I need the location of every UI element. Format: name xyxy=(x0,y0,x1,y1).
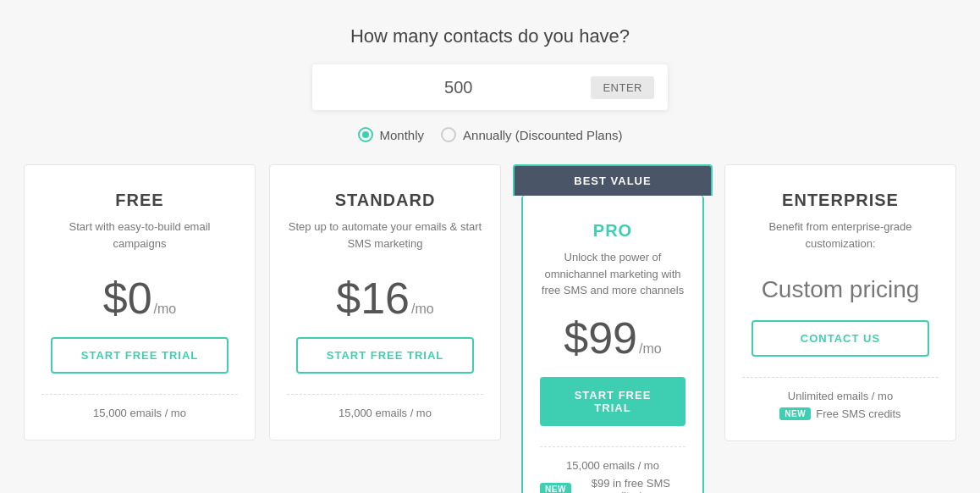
plan-desc-standard: Step up to automate your emails & start … xyxy=(287,219,483,259)
custom-pricing: Custom pricing xyxy=(762,276,920,303)
price-suffix-standard: /mo xyxy=(411,302,434,317)
plan-price-standard: $16 /mo xyxy=(336,276,433,320)
annually-label: Annually (Discounted Plans) xyxy=(463,128,622,142)
price-amount-free: $0 xyxy=(103,276,152,320)
feature-enterprise-emails: Unlimited emails / mo xyxy=(788,390,893,402)
plan-card-standard: STANDARD Step up to automate your emails… xyxy=(269,164,501,440)
new-badge-pro: NEW xyxy=(540,483,571,493)
enter-button[interactable]: ENTER xyxy=(591,76,654,99)
price-suffix-pro: /mo xyxy=(639,341,662,357)
plan-desc-pro: Unlock the power of omnichannel marketin… xyxy=(540,249,685,299)
plan-card-pro: PRO Unlock the power of omnichannel mark… xyxy=(521,196,704,493)
plan-card-enterprise: ENTERPRISE Benefit from enterprise-grade… xyxy=(724,164,956,441)
feature-pro-sms: NEW $99 in free SMS credits / mo xyxy=(540,477,685,494)
contact-input[interactable] xyxy=(326,78,591,97)
plan-name-free: FREE xyxy=(115,191,163,210)
plan-card-free: FREE Start with easy-to-build email camp… xyxy=(24,164,256,440)
feature-free: 15,000 emails / mo xyxy=(41,394,238,423)
annually-option[interactable]: Annually (Discounted Plans) xyxy=(441,127,622,142)
plan-name-pro: PRO xyxy=(593,221,632,241)
feature-enterprise-sms-text: Free SMS credits xyxy=(816,407,900,420)
price-amount-pro: $99 xyxy=(564,316,637,360)
annually-radio[interactable] xyxy=(441,127,456,142)
feature-enterprise: Unlimited emails / mo NEW Free SMS credi… xyxy=(742,377,939,424)
cta-pro[interactable]: START FREE TRIAL xyxy=(540,377,685,426)
cta-enterprise[interactable]: CONTACT US xyxy=(752,320,929,357)
feature-pro: 15,000 emails / mo NEW $99 in free SMS c… xyxy=(540,446,685,494)
feature-enterprise-sms: NEW Free SMS credits xyxy=(742,407,939,420)
feature-pro-emails: 15,000 emails / mo xyxy=(566,459,659,472)
best-value-banner: BEST VALUE xyxy=(513,164,713,196)
plan-name-enterprise: ENTERPRISE xyxy=(782,191,899,210)
plan-price-pro: $99 /mo xyxy=(564,316,661,360)
pro-wrapper: BEST VALUE PRO Unlock the power of omnic… xyxy=(515,164,711,493)
plan-price-free: $0 /mo xyxy=(103,276,177,320)
monthly-option[interactable]: Monthly xyxy=(358,127,425,142)
monthly-label: Monthly xyxy=(380,128,425,142)
price-amount-standard: $16 xyxy=(336,276,410,320)
price-suffix-free: /mo xyxy=(154,302,177,317)
contact-input-wrapper: ENTER xyxy=(312,64,668,110)
plan-name-standard: STANDARD xyxy=(335,191,436,210)
cta-free[interactable]: START FREE TRIAL xyxy=(51,337,228,374)
plan-desc-enterprise: Benefit from enterprise-grade customizat… xyxy=(742,219,939,259)
page-title: How many contacts do you have? xyxy=(350,25,630,47)
feature-standard: 15,000 emails / mo xyxy=(287,394,483,423)
feature-pro-sms-text: $99 in free SMS credits / mo xyxy=(576,477,685,494)
plan-desc-free: Start with easy-to-build email campaigns xyxy=(41,219,238,259)
monthly-radio[interactable] xyxy=(358,127,373,142)
billing-toggle: Monthly Annually (Discounted Plans) xyxy=(358,127,623,142)
new-badge-enterprise: NEW xyxy=(779,407,811,420)
cta-standard[interactable]: START FREE TRIAL xyxy=(296,337,474,374)
plans-container: FREE Start with easy-to-build email camp… xyxy=(17,164,963,493)
